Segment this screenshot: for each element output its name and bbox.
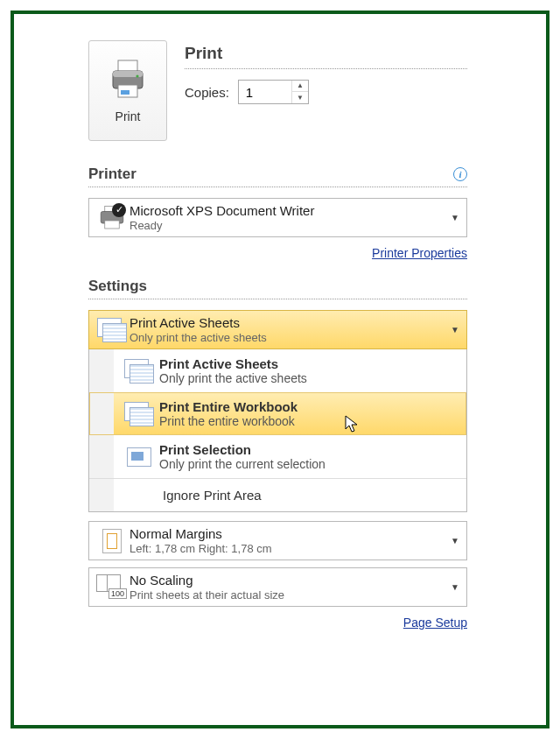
- scaling-title: No Scaling: [130, 573, 451, 588]
- scaling-select[interactable]: 100 No Scaling Print sheets at their act…: [88, 567, 467, 607]
- option-sub: Only print the active sheets: [159, 371, 459, 385]
- chevron-down-icon: ▼: [451, 213, 459, 222]
- print-what-title: Print Active Sheets: [130, 315, 451, 330]
- option-selection[interactable]: Print Selection Only print the current s…: [89, 435, 466, 478]
- svg-rect-4: [121, 90, 130, 95]
- divider: [185, 68, 467, 69]
- option-title: Print Active Sheets: [159, 356, 459, 371]
- page-setup-link[interactable]: Page Setup: [88, 616, 467, 630]
- option-sub: Only print the current selection: [159, 457, 459, 471]
- option-active-sheets[interactable]: Print Active Sheets Only print the activ…: [89, 349, 466, 392]
- margins-select[interactable]: Normal Margins Left: 1,78 cm Right: 1,78…: [88, 521, 467, 560]
- chevron-down-icon: ▼: [451, 536, 459, 545]
- margins-sub: Left: 1,78 cm Right: 1,78 cm: [130, 542, 451, 555]
- chevron-down-icon: ▼: [451, 325, 459, 334]
- chevron-down-icon: ▼: [451, 582, 459, 592]
- check-icon: ✓: [112, 203, 126, 217]
- settings-heading: Settings: [88, 278, 147, 295]
- margins-title: Normal Margins: [130, 526, 451, 541]
- print-what-sub: Only print the active sheets: [130, 331, 451, 344]
- scaling-badge: 100: [108, 588, 127, 599]
- print-button-label: Print: [116, 109, 141, 123]
- workbook-icon: [124, 402, 154, 426]
- option-sub: Print the entire workbook: [159, 414, 459, 428]
- option-title: Print Selection: [159, 442, 459, 457]
- printer-heading: Printer: [88, 165, 136, 183]
- copies-down[interactable]: ▼: [292, 92, 308, 103]
- scaling-icon: 100: [96, 574, 128, 601]
- margins-icon: [102, 529, 122, 553]
- scaling-sub: Print sheets at their actual size: [130, 588, 451, 602]
- printer-properties-link[interactable]: Printer Properties: [88, 246, 467, 260]
- printer-name: Microsoft XPS Document Writer: [130, 203, 451, 218]
- print-what-select[interactable]: Print Active Sheets Only print the activ…: [88, 310, 467, 349]
- sheets-icon: [124, 359, 154, 384]
- copies-input[interactable]: [239, 81, 291, 103]
- printer-select[interactable]: ✓ Microsoft XPS Document Writer Ready ▼: [88, 198, 467, 237]
- copies-label: Copies:: [185, 85, 229, 100]
- divider: [88, 299, 467, 299]
- print-heading: Print: [185, 44, 467, 63]
- svg-rect-8: [105, 221, 120, 229]
- copies-stepper[interactable]: ▲ ▼: [238, 80, 309, 104]
- divider: [88, 187, 467, 187]
- sheets-icon: [97, 318, 127, 342]
- printer-icon: [109, 59, 146, 101]
- printer-status: Ready: [130, 219, 451, 232]
- option-entire-workbook[interactable]: Print Entire Workbook Print the entire w…: [89, 392, 466, 435]
- print-what-dropdown: Print Active Sheets Only print the activ…: [88, 349, 467, 512]
- option-title: Print Entire Workbook: [159, 399, 459, 414]
- print-button[interactable]: Print: [88, 40, 167, 141]
- svg-point-5: [136, 74, 138, 77]
- option-ignore-print-area[interactable]: Ignore Print Area: [89, 479, 466, 511]
- selection-icon: [124, 445, 154, 469]
- info-icon[interactable]: i: [453, 167, 467, 181]
- copies-up[interactable]: ▲: [292, 81, 308, 92]
